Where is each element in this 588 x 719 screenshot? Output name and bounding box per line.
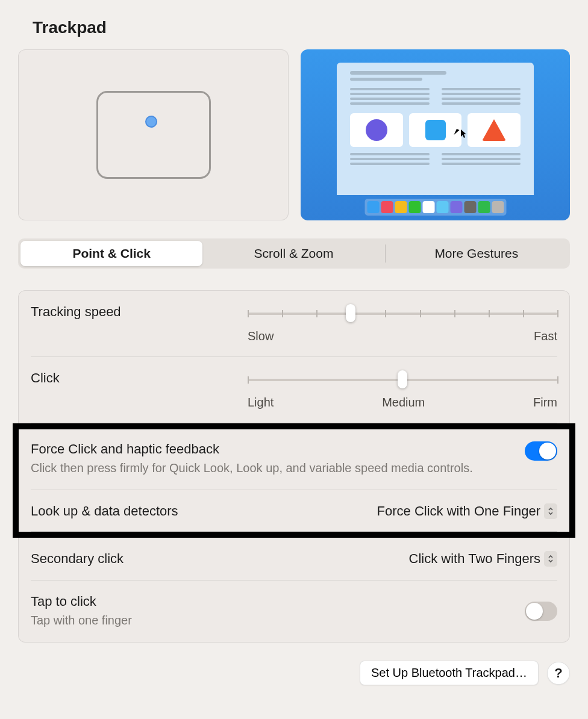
slider-max-label: Fast (534, 329, 557, 343)
circle-icon (366, 119, 387, 141)
secondary-click-selected-value: Click with Two Fingers (409, 551, 540, 567)
click-slider[interactable] (248, 372, 557, 390)
tap-to-click-toggle[interactable] (525, 602, 557, 621)
settings-panel: Tracking speed Slow Fast Click Light Med… (18, 290, 570, 643)
tracking-speed-label: Tracking speed (31, 304, 242, 320)
force-click-label: Force Click and haptic feedback (31, 441, 513, 457)
trackpad-outline-icon (96, 91, 211, 179)
square-icon (425, 120, 446, 140)
lookup-label: Look up & data detectors (31, 503, 178, 519)
tap-to-click-description: Tap with one finger (31, 612, 513, 629)
chevron-up-down-icon (544, 503, 557, 519)
preview-window (337, 63, 534, 195)
force-click-description: Click then press firmly for Quick Look, … (31, 459, 513, 476)
force-click-toggle[interactable] (525, 441, 557, 461)
dock-icon (364, 199, 506, 216)
tap-to-click-label: Tap to click (31, 594, 513, 609)
tracking-speed-slider[interactable] (248, 305, 557, 323)
touch-point-icon (145, 116, 157, 128)
lookup-selected-value: Force Click with One Finger (377, 503, 540, 519)
cursor-icon (460, 129, 468, 140)
tab-bar: Point & Click Scroll & Zoom More Gesture… (18, 238, 570, 269)
trackpad-preview (18, 49, 289, 220)
triangle-icon (482, 119, 506, 141)
slider-min-label: Light (248, 396, 274, 409)
slider-mid-label: Medium (382, 396, 425, 409)
click-label: Click (31, 370, 242, 386)
slider-max-label: Firm (533, 396, 557, 409)
tab-more-gestures[interactable]: More Gestures (386, 241, 568, 266)
tab-point-and-click[interactable]: Point & Click (20, 241, 202, 266)
setup-bluetooth-button[interactable]: Set Up Bluetooth Trackpad… (360, 661, 539, 685)
chevron-up-down-icon (544, 551, 557, 567)
secondary-click-select[interactable]: Click with Two Fingers (409, 551, 557, 567)
lookup-select[interactable]: Force Click with One Finger (377, 503, 557, 519)
slider-min-label: Slow (248, 329, 274, 343)
tab-scroll-and-zoom[interactable]: Scroll & Zoom (202, 241, 384, 266)
secondary-click-label: Secondary click (31, 551, 124, 567)
page-title: Trackpad (33, 18, 570, 37)
help-button[interactable]: ? (547, 662, 570, 685)
highlight-frame: Force Click and haptic feedback Click th… (13, 423, 575, 538)
gesture-preview (301, 49, 570, 220)
